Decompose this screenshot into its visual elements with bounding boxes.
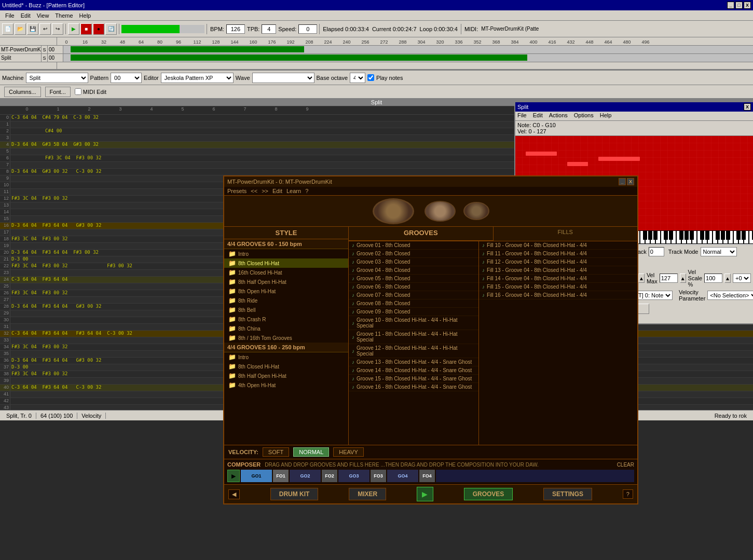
piano-key[interactable] xyxy=(684,230,689,240)
wave-dropdown[interactable] xyxy=(252,73,314,83)
piano-key[interactable] xyxy=(700,230,704,240)
record-btn[interactable]: ● xyxy=(93,23,104,35)
style-item-4th-open[interactable]: 📁 4th Open Hi-Hat xyxy=(224,380,348,390)
style-item-8th-bell[interactable]: 📁 8th Bell xyxy=(224,305,348,315)
piano-key[interactable] xyxy=(679,230,683,240)
style-item-8th-open[interactable]: 📁 8th Open Hi-Hat xyxy=(224,286,348,296)
groove-item-3[interactable]: ♪ Groove 03 - 8th Closed xyxy=(349,258,478,266)
groove-item-16[interactable]: ♪ Groove 16 - 8th Closed Hi-Hat - 4/4 - … xyxy=(349,383,478,391)
style-item-8th-ride[interactable]: 📁 8th Ride xyxy=(224,296,348,305)
fills-list[interactable]: ♪ Fill 10 - Groove 04 - 8th Closed Hi-Ha… xyxy=(478,241,637,445)
groove-item-1[interactable]: ♪ Groove 01 - 8th Closed xyxy=(349,241,478,250)
drum-settings-btn[interactable]: SETTINGS xyxy=(543,488,592,500)
vel-min-up-btn[interactable]: ▲ xyxy=(638,274,645,283)
midi-edit-checkbox[interactable]: MIDI Edit xyxy=(75,88,106,95)
style-item-8th-half[interactable]: 📁 8th Half Open Hi-Hat xyxy=(224,277,348,286)
piano-key[interactable] xyxy=(653,230,658,240)
vel-scale-input[interactable] xyxy=(704,274,722,283)
menu-help[interactable]: Help xyxy=(76,12,94,19)
fill-item-16[interactable]: ♪ Fill 16 - Groove 04 - 8th Closed Hi-Ha… xyxy=(479,291,637,299)
drum-menu-edit[interactable]: Edit xyxy=(272,188,282,194)
menu-theme[interactable]: Theme xyxy=(52,12,76,19)
composer-fo2[interactable]: FO2 xyxy=(322,470,337,482)
piano-key[interactable] xyxy=(705,230,709,240)
loop-btn[interactable]: 🔄 xyxy=(105,23,117,35)
groove-item-13[interactable]: ♪ Groove 13 - 8th Closed Hi-Hat - 4/4 - … xyxy=(349,358,478,366)
style-item-8th-half-fast[interactable]: 📁 8th Half Open Hi-Hat xyxy=(224,371,348,380)
grooves-list[interactable]: ♪ Groove 01 - 8th Closed ♪ Groove 02 - 8… xyxy=(349,241,478,407)
fill-item-13[interactable]: ♪ Fill 13 - Groove 04 - 8th Closed Hi-Ha… xyxy=(479,266,637,275)
redo-btn[interactable]: ↪ xyxy=(52,23,63,35)
font-btn[interactable]: Font... xyxy=(45,87,71,97)
new-btn[interactable]: 📄 xyxy=(2,23,13,35)
close-btn[interactable]: X xyxy=(744,2,751,9)
drum-menu-learn[interactable]: Learn xyxy=(286,188,301,194)
pattern-dropdown[interactable]: 00 xyxy=(111,73,142,83)
editor-dropdown[interactable]: Jeskola Pattern XP xyxy=(161,73,234,83)
fill-item-12[interactable]: ♪ Fill 12 - Groove 04 - 8th Closed Hi-Ha… xyxy=(479,258,637,266)
style-item-intro-1[interactable]: 📁 Intro xyxy=(224,249,348,258)
drum-menu-prev[interactable]: << xyxy=(251,188,257,194)
composer-fo3[interactable]: FO3 xyxy=(371,470,386,482)
fill-item-10[interactable]: ♪ Fill 10 - Groove 04 - 8th Closed Hi-Ha… xyxy=(479,241,637,250)
note-param-dropdown[interactable]: [T] 0: Note xyxy=(634,291,673,300)
vel-max-up-btn[interactable]: ▲ xyxy=(680,274,686,283)
vel-param-dropdown[interactable]: <No Selection> xyxy=(707,291,753,300)
fill-item-14[interactable]: ♪ Fill 14 - Groove 04 - 8th Closed Hi-Ha… xyxy=(479,275,637,283)
stop-btn[interactable]: ■ xyxy=(80,23,92,35)
piano-key[interactable] xyxy=(669,230,673,240)
split-menu-help[interactable]: Help xyxy=(600,112,612,120)
piano-key[interactable] xyxy=(643,230,647,240)
piano-key[interactable] xyxy=(721,230,725,240)
vel-soft-btn[interactable]: SOFT xyxy=(263,447,289,457)
drum-mixer-btn[interactable]: MIXER xyxy=(349,488,386,500)
columns-btn[interactable]: Columns... xyxy=(4,87,41,97)
split-menu-actions[interactable]: Actions xyxy=(549,112,568,120)
style-item-16th-closed[interactable]: 📁 16th Closed Hi-Hat xyxy=(224,268,348,277)
piano-key[interactable] xyxy=(726,230,730,240)
drum-menu-help[interactable]: ? xyxy=(305,188,308,194)
groove-item-10[interactable]: ♪ Groove 10 - 8th Closed Hi-Hat - 4/4 - … xyxy=(349,316,478,330)
groove-item-8[interactable]: ♪ Groove 08 - 8th Closed xyxy=(349,299,478,308)
track-seq-split[interactable] xyxy=(63,54,753,62)
vel-normal-btn[interactable]: NORMAL xyxy=(293,447,329,457)
piano-key[interactable] xyxy=(736,230,741,240)
fill-item-11[interactable]: ♪ Fill 11 - Groove 04 - 8th Closed Hi-Ha… xyxy=(479,250,637,258)
drum-minimize-btn[interactable]: _ xyxy=(619,178,626,185)
composer-clear-btn[interactable]: CLEAR xyxy=(617,462,634,468)
groove-item-5[interactable]: ♪ Groove 05 - 8th Closed xyxy=(349,275,478,283)
drum-play-btn[interactable]: ▶ xyxy=(417,487,433,501)
drum-menu-next[interactable]: >> xyxy=(262,188,268,194)
groove-item-12[interactable]: ♪ Groove 12 - 8th Closed Hi-Hat - 4/4 - … xyxy=(349,344,478,358)
style-item-intro-2[interactable]: 📁 Intro xyxy=(224,352,348,362)
save-btn[interactable]: 💾 xyxy=(27,23,38,35)
groove-item-15[interactable]: ♪ Groove 15 - 8th Closed Hi-Hat - 4/4 - … xyxy=(349,375,478,383)
bpm-input[interactable] xyxy=(226,24,245,34)
menu-file[interactable]: File xyxy=(2,12,18,19)
style-list[interactable]: 4/4 GROOVES 60 - 150 bpm 📁 Intro 📁 8th C… xyxy=(224,239,348,443)
octave-dropdown[interactable]: 4 xyxy=(350,73,365,83)
volume-bar[interactable] xyxy=(121,25,204,33)
vel-scale-up-btn[interactable]: ▲ xyxy=(724,274,731,283)
groove-item-11[interactable]: ♪ Groove 11 - 8th Closed Hi-Hat - 4/4 - … xyxy=(349,330,478,344)
split-menu-edit[interactable]: Edit xyxy=(533,112,543,120)
style-item-8th-closed-fast[interactable]: 📁 8th Closed Hi-Hat xyxy=(224,362,348,371)
tpb-input[interactable] xyxy=(262,24,276,34)
base-track-input[interactable] xyxy=(649,247,664,256)
play-btn[interactable]: ▶ xyxy=(68,23,79,35)
piano-key[interactable] xyxy=(648,230,652,240)
track-seq-drum[interactable] xyxy=(63,46,753,53)
style-item-8th-crash[interactable]: 📁 8th Crash R xyxy=(224,315,348,324)
piano-key[interactable] xyxy=(664,230,668,240)
drum-close-btn[interactable]: X xyxy=(627,178,634,185)
drum-kit-btn[interactable]: DRUM KIT xyxy=(270,488,319,500)
undo-btn[interactable]: ↩ xyxy=(39,23,51,35)
track-solo-split[interactable]: S xyxy=(42,54,48,62)
transpose-dropdown[interactable]: +0 xyxy=(733,274,751,283)
track-mode-dropdown[interactable]: Normal xyxy=(701,247,737,256)
speed-input[interactable] xyxy=(298,24,317,34)
piano-key[interactable] xyxy=(716,230,720,240)
drum-grooves-btn[interactable]: GROOVES xyxy=(464,488,513,500)
groove-item-9[interactable]: ♪ Groove 09 - 8th Closed xyxy=(349,308,478,316)
vel-heavy-btn[interactable]: HEAVY xyxy=(333,447,363,457)
